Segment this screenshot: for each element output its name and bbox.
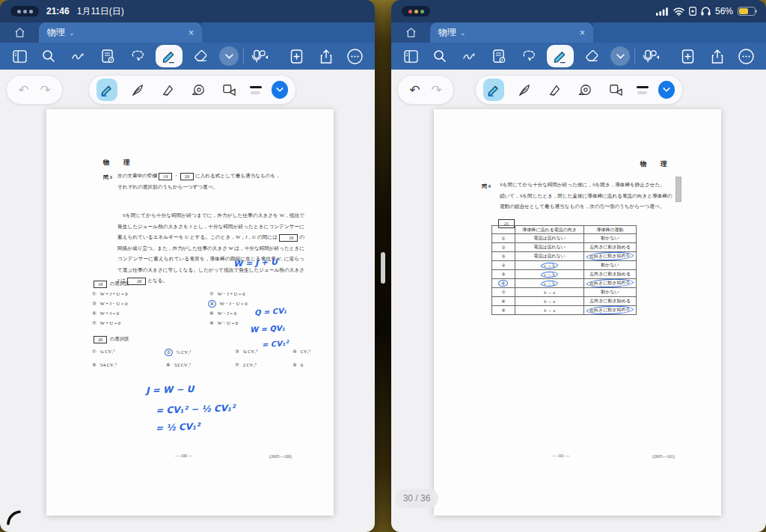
left-pen-options-pill	[88, 75, 296, 105]
right-toolbar	[391, 43, 766, 70]
add-page-icon	[681, 49, 694, 64]
chevron-down-icon	[616, 54, 625, 59]
pen-tool-button[interactable]	[96, 79, 117, 101]
window-controls-pill[interactable]	[10, 6, 39, 16]
collapse-toolbar-button[interactable]	[219, 46, 239, 66]
scribble-button[interactable]	[459, 45, 481, 67]
sidebar-icon	[13, 50, 27, 63]
thickness-control[interactable]	[250, 86, 262, 94]
share-button[interactable]	[315, 45, 337, 67]
record-button[interactable]	[248, 45, 271, 67]
chevron-down-icon	[276, 88, 284, 92]
record-icon	[642, 49, 660, 64]
lasso-button[interactable]	[126, 45, 149, 67]
color-picker-button[interactable]	[658, 81, 675, 99]
lasso-button[interactable]	[518, 45, 540, 67]
left-canvas[interactable]: ↶ ↷ 物 理 問 3 次の文章中の空欄19・20に入れる式として最も適当なもの…	[0, 70, 375, 532]
home-icon	[14, 27, 25, 38]
redo-button[interactable]: ↷	[432, 84, 442, 97]
ipad-screen: 21:46 1月11日(日) 物理 ⌄ ×	[0, 0, 766, 532]
left-app-window: 21:46 1月11日(日) 物理 ⌄ ×	[0, 0, 375, 532]
ink-circle: 右向きに動き始める	[586, 278, 634, 288]
table-row: ⑧b → a左向きに動き始める	[492, 297, 637, 306]
redo-button[interactable]: ↷	[40, 84, 51, 97]
record-button[interactable]	[640, 45, 662, 67]
home-button[interactable]	[391, 22, 430, 43]
thickness-control[interactable]	[637, 86, 649, 94]
search-button[interactable]	[429, 45, 451, 67]
tape-button[interactable]	[189, 79, 209, 101]
pen-icon	[162, 49, 177, 64]
collapse-toolbar-button[interactable]	[610, 46, 630, 66]
lasso-icon	[521, 49, 536, 63]
shapes-button[interactable]	[606, 79, 627, 101]
page-number: — 101 —	[552, 453, 569, 458]
home-button[interactable]	[0, 22, 39, 43]
highlighter-button[interactable]	[158, 79, 179, 101]
sidebar-icon	[404, 50, 418, 63]
options19-title: 19 の選択肢	[92, 281, 129, 288]
battery-percent: 56%	[715, 6, 733, 16]
search-icon	[42, 49, 55, 63]
fountain-pen-button[interactable]	[127, 79, 148, 101]
sidebar-button[interactable]	[8, 45, 31, 67]
q4-line2: 続いて，Sを閉じたとき，閉じた直後に導体棒に流れる電流の向きと導体棒の	[500, 193, 672, 198]
handwriting-half-cv: = ½ CV₁²	[156, 421, 200, 433]
reader-icon	[493, 49, 506, 64]
chevron-down-icon[interactable]: ⌄	[69, 29, 75, 37]
question-label: 問 3	[103, 174, 112, 181]
option-item: ①¼ CV₁²	[92, 349, 166, 355]
more-button[interactable]	[344, 45, 367, 67]
option-item: ③¾ CV₁²	[235, 349, 292, 355]
lasso-icon	[130, 49, 145, 63]
search-button[interactable]	[37, 45, 60, 67]
window-dot-red-icon	[408, 10, 412, 13]
tab-bar-empty	[202, 22, 375, 43]
split-view-divider-handle[interactable]	[381, 252, 385, 284]
ink-circle: 右向きに動き始める	[586, 305, 634, 315]
highlighter-icon	[548, 84, 562, 97]
undo-button[interactable]: ↶	[409, 84, 420, 97]
undo-button[interactable]: ↶	[18, 84, 28, 97]
chevron-down-icon[interactable]: ⌄	[460, 29, 466, 37]
tab-physics[interactable]: 物理 ⌄ ×	[430, 22, 593, 43]
eraser-button[interactable]	[190, 45, 212, 67]
color-picker-button[interactable]	[272, 81, 288, 99]
add-page-button[interactable]	[285, 45, 307, 67]
pencil-stroke-mark	[4, 509, 22, 527]
table-header-row: 導体棒に流れる電流の向き 導体棒の運動	[492, 226, 637, 234]
close-tab-button[interactable]: ×	[580, 28, 585, 38]
right-tab-bar: 物理 ⌄ ×	[391, 22, 766, 43]
pen-tool-button[interactable]	[483, 79, 504, 101]
pen-tool-active[interactable]	[156, 45, 183, 67]
tape-button[interactable]	[575, 79, 596, 101]
right-canvas[interactable]: ↶ ↷ 物 理 問 4 Sを閉じてから十分な時間が経った後に，Sを開き，導体棒を…	[391, 70, 766, 532]
scan-artifact	[675, 177, 681, 202]
lock-icon	[689, 7, 696, 16]
q3-intro-post: に入れる式として最も適当なものを，	[195, 173, 281, 178]
document-page-101[interactable]: 物 理 問 4 Sを閉じてから十分な時間が経った後に，Sを開き，導体棒を静止させ…	[434, 109, 721, 516]
sidebar-button[interactable]	[399, 45, 422, 67]
close-tab-button[interactable]: ×	[189, 28, 194, 38]
reader-button[interactable]	[488, 45, 510, 67]
shapes-icon	[609, 84, 623, 97]
highlighter-button[interactable]	[545, 79, 566, 101]
answer-table: 導体棒に流れる電流の向き 導体棒の運動 ①電流は流れない動かない ②電流は流れな…	[491, 225, 637, 315]
fountain-pen-icon	[131, 84, 144, 97]
shapes-button[interactable]	[219, 79, 240, 101]
eraser-button[interactable]	[581, 45, 604, 67]
share-button[interactable]	[706, 45, 729, 67]
fountain-pen-button[interactable]	[514, 79, 535, 101]
tab-physics[interactable]: 物理 ⌄ ×	[39, 22, 202, 43]
add-page-button[interactable]	[676, 45, 699, 67]
scribble-button[interactable]	[67, 45, 90, 67]
more-button[interactable]	[735, 45, 758, 67]
pen-icon	[100, 84, 114, 97]
options20-title: 20 の選択肢	[92, 336, 129, 343]
window-controls-pill[interactable]	[402, 6, 430, 16]
add-page-icon	[290, 49, 303, 64]
pen-tool-active[interactable]	[547, 45, 574, 67]
reader-button[interactable]	[96, 45, 119, 67]
cellular-icon	[656, 7, 669, 16]
document-page-100[interactable]: 物 理 問 3 次の文章中の空欄19・20に入れる式として最も適当なものを， そ…	[46, 109, 334, 516]
